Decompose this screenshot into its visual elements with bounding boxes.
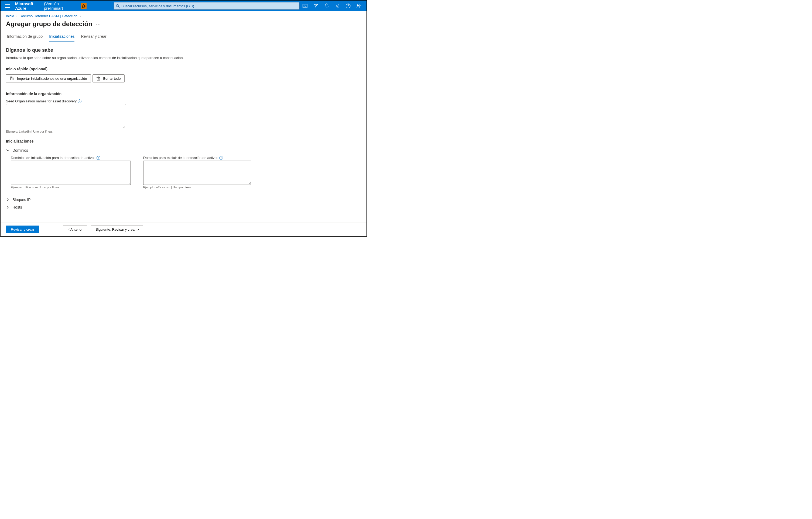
svg-line-12: [118, 6, 119, 7]
svg-rect-1: [5, 6, 10, 6]
bell-icon: [324, 3, 329, 8]
breadcrumb: Inicio › Recurso Defender EASM | Detecci…: [1, 11, 367, 19]
domains-exclude-textarea[interactable]: [143, 161, 251, 185]
next-button[interactable]: Siguiente: Revisar y crear >: [91, 225, 143, 233]
clear-all-button[interactable]: Borrar todo: [92, 74, 124, 83]
breadcrumb-item-resource[interactable]: Recurso Defender EASM | Detección: [20, 14, 78, 18]
brand-name: Microsoft Azure: [15, 1, 42, 10]
tab-group-info[interactable]: Información de grupo: [7, 33, 42, 41]
svg-rect-2: [5, 7, 10, 8]
review-create-button[interactable]: Revisar y crear: [6, 225, 39, 233]
expander-ip-blocks-title: Bloques IP: [12, 197, 31, 202]
seed-org-label: Seed Organization names for asset discov…: [6, 99, 77, 103]
filter-icon: [314, 4, 318, 8]
trash-icon: [96, 76, 100, 81]
chevron-down-icon: [6, 149, 10, 151]
svg-point-19: [357, 4, 359, 6]
notifications-button[interactable]: [321, 1, 332, 11]
quickstart-heading: Inicio rápido (opcional): [6, 67, 361, 71]
directory-filter-button[interactable]: [310, 1, 321, 11]
brand-preview: (Versión preliminar): [44, 1, 75, 10]
previous-button[interactable]: < Anterior: [63, 225, 87, 233]
seed-org-textarea[interactable]: [6, 104, 126, 128]
svg-line-7: [82, 5, 83, 5]
help-button[interactable]: [343, 1, 353, 11]
svg-point-11: [116, 4, 119, 7]
expander-dominios-title: Dominios: [12, 148, 28, 153]
chevron-right-icon: [6, 198, 10, 201]
page-title: Agregar grupo de detección: [6, 20, 92, 28]
domains-exclude-hint: Ejemplo: office.com | Uno por línea.: [143, 186, 251, 189]
cloud-shell-button[interactable]: [300, 1, 310, 11]
svg-line-8: [85, 5, 85, 5]
import-seeds-label: Importar inicializaciones de una organiz…: [17, 77, 87, 81]
svg-line-10: [85, 7, 85, 8]
feedback-button[interactable]: [353, 1, 364, 11]
clear-all-label: Borrar todo: [103, 77, 120, 81]
feedback-icon: [356, 3, 361, 8]
page-title-row: Agregar grupo de detección ···: [1, 19, 367, 33]
search-placeholder: Buscar recursos, servicios y documentos …: [121, 4, 194, 8]
search-icon: [116, 4, 120, 8]
seeds-heading: Inicializaciones: [6, 139, 361, 143]
chevron-right-icon: ›: [16, 14, 17, 18]
help-icon: [346, 3, 351, 8]
cloud-shell-icon: [302, 4, 308, 8]
chevron-right-icon: [6, 206, 10, 209]
settings-button[interactable]: [332, 1, 343, 11]
svg-point-3: [83, 5, 85, 7]
info-icon[interactable]: i: [96, 156, 100, 160]
svg-rect-13: [303, 4, 308, 8]
main-content: Díganos lo que sabe Introduzca lo que sa…: [1, 48, 367, 222]
svg-marker-15: [314, 4, 318, 7]
breadcrumb-item-home[interactable]: Inicio: [6, 14, 14, 18]
preview-bug-badge[interactable]: [81, 3, 87, 9]
svg-line-9: [82, 7, 83, 8]
domains-include-textarea[interactable]: [11, 161, 131, 185]
header-icons: [300, 1, 364, 11]
expander-hosts[interactable]: Hosts: [6, 204, 361, 211]
search-wrap: Buscar recursos, servicios y documentos …: [114, 2, 300, 10]
svg-point-16: [337, 5, 338, 7]
expander-ip-blocks[interactable]: Bloques IP: [6, 196, 361, 204]
footer: Revisar y crear < Anterior Siguiente: Re…: [1, 222, 367, 236]
tab-review-create[interactable]: Revisar y crear: [81, 33, 106, 41]
chevron-right-icon: ›: [80, 14, 81, 18]
bug-icon: [82, 4, 86, 8]
hamburger-icon: [5, 4, 10, 8]
hamburger-menu[interactable]: [3, 1, 12, 11]
org-info-heading: Información de la organización: [6, 92, 361, 96]
tabs: Información de grupo Inicializaciones Re…: [1, 33, 367, 41]
import-seeds-button[interactable]: Importar inicializaciones de una organiz…: [6, 74, 91, 83]
svg-rect-21: [12, 78, 14, 80]
top-header: Microsoft Azure (Versión preliminar) Bus…: [1, 1, 367, 11]
dominios-body: Dominios de inicialización para la detec…: [6, 154, 361, 196]
organization-icon: [10, 76, 14, 81]
intro-text: Introduzca lo que sabe sobre su organiza…: [6, 56, 361, 60]
seed-org-hint: Ejemplo: LinkedIn I Uno por línea.: [6, 130, 361, 133]
domains-exclude-label: Dominios para excluir de la detección de…: [143, 156, 218, 160]
expander-hosts-title: Hosts: [12, 205, 22, 209]
expander-dominios[interactable]: Dominios: [6, 147, 361, 154]
global-search[interactable]: Buscar recursos, servicios y documentos …: [114, 2, 300, 10]
domains-include-hint: Ejemplo: office.com | Uno por línea.: [11, 186, 131, 189]
svg-rect-0: [5, 4, 10, 5]
domains-include-label: Dominios de inicialización para la detec…: [11, 156, 95, 160]
svg-rect-20: [10, 77, 12, 80]
info-icon[interactable]: i: [219, 156, 223, 160]
intro-heading: Díganos lo que sabe: [6, 48, 361, 53]
gear-icon: [335, 3, 340, 8]
svg-point-18: [348, 7, 348, 7]
more-actions-button[interactable]: ···: [96, 21, 101, 27]
brand[interactable]: Microsoft Azure (Versión preliminar): [15, 1, 76, 10]
info-icon[interactable]: i: [78, 99, 82, 103]
tab-initializations[interactable]: Inicializaciones: [49, 33, 75, 41]
